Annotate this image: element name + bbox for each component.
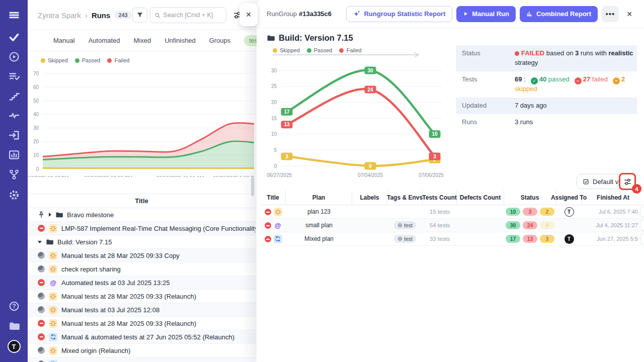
folder-icon: [267, 34, 275, 42]
filter-button[interactable]: [132, 8, 147, 23]
row-actions-button[interactable]: [640, 207, 644, 217]
group-runs-table: Title Plan Labels Tags & Envs Tests Coun…: [261, 190, 644, 246]
list-item[interactable]: Mixed origin (Relaunch): [28, 344, 256, 357]
svg-text:06/19/2025 11:56 AM: 06/19/2025 11:56 AM: [156, 175, 204, 177]
tab-unfinished[interactable]: Unfinished: [165, 37, 195, 44]
list-item-milestone[interactable]: Bravo milestone: [28, 208, 256, 222]
caret-right-icon[interactable]: [49, 213, 51, 217]
legend-failed[interactable]: Failed: [107, 57, 129, 63]
legend-failed[interactable]: Failed: [339, 47, 361, 53]
runs-area-chart: 01020304050607017/2025 12:47 PM06/18/202…: [28, 60, 254, 177]
col-title[interactable]: Title: [261, 190, 286, 205]
analytics-icon[interactable]: [9, 149, 20, 160]
search-icon: [154, 12, 160, 19]
assignee-avatar[interactable]: T: [565, 234, 574, 244]
tab-groups[interactable]: Groups: [209, 37, 231, 44]
branch-icon[interactable]: [9, 169, 20, 180]
tests-count: 33 tests: [423, 236, 457, 242]
finished-at: Jul 4, 2025 11:27: [582, 222, 644, 228]
breadcrumb-separator: ›: [85, 11, 88, 20]
failed-status-icon: [38, 225, 45, 232]
row-actions-button[interactable]: [640, 220, 644, 231]
col-tests[interactable]: Tests Count: [423, 190, 457, 205]
drawer-edge-close-button[interactable]: ✕: [239, 3, 258, 26]
help-icon[interactable]: ?: [9, 301, 20, 312]
svg-text:70: 70: [33, 71, 39, 76]
manual-run-icon: [49, 306, 57, 314]
failed-status-icon: [38, 333, 45, 340]
table-row[interactable]: Mixed plan test 33 tests 17 13 3 T Jun 2…: [261, 232, 644, 246]
tab-mixed[interactable]: Mixed: [134, 37, 151, 44]
tab-automated[interactable]: Automated: [89, 37, 120, 44]
tests-count: 54 tests: [423, 222, 457, 228]
run-title: Manual tests at 03 Jul 2025 12:08: [61, 306, 159, 314]
breadcrumb-project[interactable]: Zyntra Spark: [38, 11, 81, 20]
legend-passed[interactable]: Passed: [75, 57, 101, 63]
plans-list-icon[interactable]: [9, 71, 20, 82]
list-item-partial[interactable]: [28, 357, 256, 362]
sparkle-icon: [353, 11, 360, 18]
col-tags[interactable]: Tags & Envs: [387, 190, 423, 205]
folder-icon: [46, 238, 53, 246]
manual-run-button[interactable]: Manual Run: [456, 6, 516, 22]
legend-skipped[interactable]: Skipped: [41, 57, 68, 63]
finished-at: Jun 27, 2025 5:5: [582, 236, 644, 242]
col-assigned[interactable]: Assigned To: [556, 190, 582, 205]
drawer-actions: Rungroup Statistic Report Manual Run Com…: [346, 6, 636, 22]
svg-text:07/04/2025: 07/04/2025: [358, 172, 383, 178]
caret-down-icon[interactable]: [38, 241, 42, 243]
folder-icon: [55, 211, 63, 219]
settings-gear-icon[interactable]: [9, 190, 20, 201]
more-options-button[interactable]: •••: [602, 6, 619, 22]
list-item[interactable]: Manual & automated tests at 27 Jun 2025 …: [28, 330, 256, 344]
runs-trend-chart-card: Skipped Passed Failed 01020304050607017/…: [28, 51, 256, 177]
list-item[interactable]: @ Automated tests at 03 Jul 2025 13:25: [28, 276, 256, 290]
close-icon[interactable]: ✕: [623, 8, 636, 21]
pin-icon[interactable]: [38, 211, 45, 218]
search-input[interactable]: [163, 12, 222, 19]
tab-manual[interactable]: Manual: [53, 37, 75, 44]
tests-check-icon[interactable]: [9, 32, 20, 43]
tag-pill[interactable]: test: [394, 221, 416, 229]
passed-dot-icon: [307, 48, 311, 53]
pulse-activity-icon[interactable]: [9, 110, 20, 121]
plan-name: small plan: [286, 222, 352, 229]
list-item[interactable]: Manual tests at 28 Mar 2025 09:33 Copy: [28, 249, 256, 262]
milestones-steps-icon[interactable]: [9, 90, 20, 102]
col-labels[interactable]: Labels: [352, 190, 387, 205]
title-column-header[interactable]: Title: [135, 197, 148, 205]
list-item[interactable]: Manual tests at 28 Mar 2025 09:33 (Relau…: [28, 290, 256, 303]
list-item-group[interactable]: Build: Version 7.15: [28, 235, 256, 249]
col-defects[interactable]: Defects Count: [457, 190, 504, 205]
failed-status-icon: [265, 236, 271, 242]
table-row[interactable]: plan 123 15 tests 10 3 2 T Jul 6, 2025 7…: [261, 205, 644, 219]
list-item[interactable]: Manual tests at 03 Jul 2025 12:08: [28, 303, 256, 317]
runs-play-icon[interactable]: [9, 51, 20, 62]
tag-pill[interactable]: test: [394, 235, 416, 243]
col-status[interactable]: Status: [504, 190, 556, 205]
passed-pill: 30: [506, 221, 520, 229]
panel-scrollbar-thumb[interactable]: [251, 177, 254, 196]
svg-text:30: 30: [33, 125, 39, 131]
import-icon[interactable]: [9, 130, 20, 141]
table-row[interactable]: @ small plan test 54 tests 30 24 0 Jul 4…: [261, 219, 644, 232]
user-avatar[interactable]: T: [8, 340, 21, 353]
legend-skipped[interactable]: Skipped: [273, 47, 300, 53]
list-item[interactable]: Manual tests at 28 Mar 2025 09:33 (Relau…: [28, 317, 256, 330]
list-item[interactable]: check report sharing: [28, 262, 256, 276]
menu-icon[interactable]: [9, 10, 20, 21]
assignee-avatar[interactable]: T: [565, 207, 574, 217]
row-actions-button[interactable]: [640, 234, 644, 244]
svg-text:3: 3: [285, 154, 288, 159]
rungroup-label: RunGroup#13a335c6: [267, 10, 332, 18]
play-icon: [463, 11, 468, 17]
projects-folder-icon[interactable]: [9, 321, 20, 332]
svg-text:60: 60: [33, 84, 39, 90]
svg-text:10: 10: [432, 131, 438, 137]
skipped-dot-icon: [273, 48, 277, 53]
combined-report-button[interactable]: Combined Report: [520, 6, 598, 22]
col-plan[interactable]: Plan: [286, 190, 352, 205]
rungroup-statistic-report-button[interactable]: Rungroup Statistic Report: [346, 6, 452, 22]
legend-passed[interactable]: Passed: [307, 47, 333, 53]
list-item[interactable]: LMP-587 Implement Real-Time Chat Messagi…: [28, 222, 256, 235]
